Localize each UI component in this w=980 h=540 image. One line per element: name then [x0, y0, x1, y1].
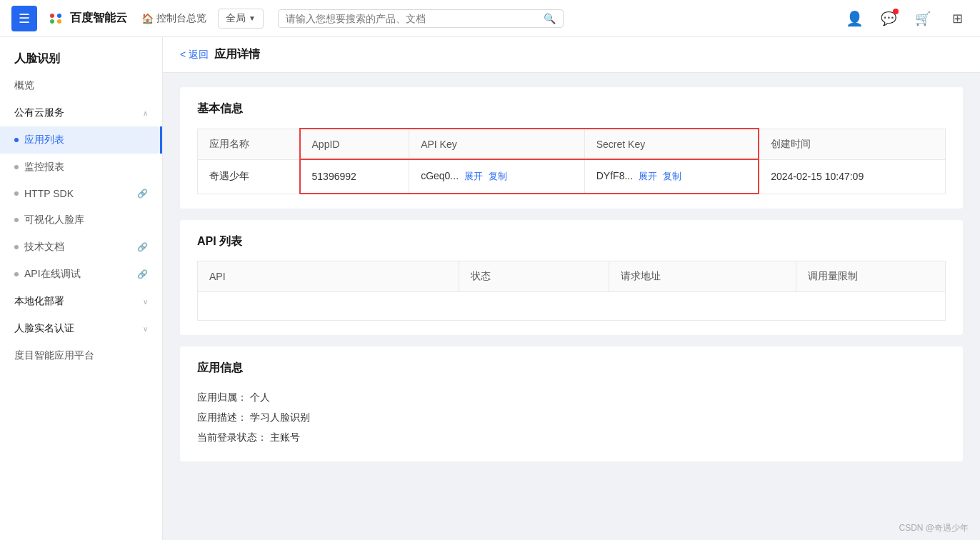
secret-key-short: DYfF8... [596, 170, 633, 181]
dot-icon [14, 272, 19, 276]
svg-point-1 [50, 14, 54, 18]
external-link-icon: 🔗 [137, 189, 148, 199]
page-title: 应用详情 [214, 47, 260, 62]
dot-icon [14, 191, 19, 196]
global-scope-button[interactable]: 全局 ▼ [218, 9, 264, 29]
td-create-time: 2024-02-15 10:47:09 [759, 159, 945, 194]
menu-toggle-button[interactable]: ☰ [11, 6, 37, 31]
dot-icon [14, 218, 19, 222]
sidebar-label-tech-doc: 技术文档 [24, 241, 134, 254]
chevron-down-icon-3: ∨ [143, 325, 148, 333]
expand-button[interactable]: ⊞ [946, 7, 969, 30]
sidebar-label-public-cloud: 公有云服务 [14, 106, 64, 119]
app-desc-label: 应用描述： [197, 411, 247, 423]
api-key-short: cGeq0... [421, 170, 459, 181]
app-login-label: 当前登录状态： [197, 431, 267, 443]
external-link-icon-2: 🔗 [137, 242, 148, 252]
chevron-down-icon-2: ∨ [143, 298, 148, 306]
sidebar-label-overview: 概览 [14, 79, 148, 92]
secret-key-copy-button[interactable]: 复制 [663, 171, 681, 181]
top-nav: ☰ 百度智能云 🏠 控制台总览 全局 ▼ 🔍 👤 💬 🛒 [0, 0, 980, 37]
dot-icon [14, 165, 19, 169]
app-info-fields: 应用归属： 个人 应用描述： 学习人脸识别 当前登录状态： 主账号 [197, 387, 946, 447]
search-bar: 🔍 [278, 9, 564, 28]
api-list-title: API 列表 [197, 234, 946, 249]
nav-actions: 👤 💬 🛒 ⊞ [843, 7, 969, 30]
app-owner-field: 应用归属： 个人 [197, 387, 946, 407]
table-row: 奇遇少年 51396992 cGeq0... 展开 复制 DYfF8... 展开… [198, 159, 946, 194]
search-input[interactable] [286, 13, 541, 24]
main-content: < 返回 应用详情 基本信息 应用名称 AppID API Key Secret… [163, 37, 980, 540]
basic-info-card: 基本信息 应用名称 AppID API Key Secret Key 创建时间 [180, 87, 963, 209]
app-desc-field: 应用描述： 学习人脸识别 [197, 407, 946, 427]
sidebar-item-api-debug[interactable]: API在线调试 🔗 [0, 261, 162, 288]
sidebar-label-dumo: 度目智能应用平台 [14, 349, 148, 362]
breadcrumb-bar: < 返回 应用详情 [163, 37, 980, 73]
td-app-id: 51396992 [300, 159, 409, 194]
sidebar-label-face-db: 可视化人脸库 [24, 214, 148, 226]
api-table-empty-row [198, 292, 946, 321]
expand-icon: ⊞ [952, 11, 963, 26]
external-link-icon-3: 🔗 [137, 269, 148, 279]
api-list-card: API 列表 API 状态 请求地址 调用量限制 [180, 220, 963, 335]
sidebar-item-app-list[interactable]: 应用列表 [0, 126, 162, 154]
hamburger-icon: ☰ [19, 11, 30, 26]
content-body: 基本信息 应用名称 AppID API Key Secret Key 创建时间 [163, 73, 980, 487]
baidu-cloud-logo [46, 9, 66, 29]
th-api-key: API Key [409, 129, 585, 159]
td-secret-key: DYfF8... 展开 复制 [584, 159, 759, 194]
sidebar-label-api-debug: API在线调试 [24, 268, 134, 281]
layout: 人脸识别 概览 公有云服务 ∧ 应用列表 监控报表 HTTP SDK 🔗 可视化… [0, 37, 980, 540]
sidebar-label-monitor: 监控报表 [24, 161, 148, 174]
sidebar-item-overview[interactable]: 概览 [0, 72, 162, 99]
api-key-copy-button[interactable]: 复制 [489, 171, 507, 181]
sidebar-item-tech-doc[interactable]: 技术文档 🔗 [0, 234, 162, 261]
basic-info-title: 基本信息 [197, 101, 946, 116]
api-list-table: API 状态 请求地址 调用量限制 [197, 261, 946, 321]
chevron-down-icon: ▼ [249, 14, 256, 22]
svg-rect-0 [46, 9, 66, 29]
footer-watermark: CSDN @奇遇少年 [899, 522, 969, 534]
sidebar-group-public-cloud[interactable]: 公有云服务 ∧ [0, 99, 162, 126]
sidebar-label-app-list: 应用列表 [24, 134, 146, 146]
sidebar-label-local-deploy: 本地化部署 [14, 295, 64, 308]
logo-area: 百度智能云 [46, 9, 127, 29]
app-desc-value: 学习人脸识别 [250, 411, 310, 423]
th-api: API [198, 261, 459, 292]
search-icon[interactable]: 🔍 [544, 13, 556, 24]
th-create-time: 创建时间 [759, 129, 945, 159]
svg-point-4 [57, 19, 61, 24]
sidebar-group-face-auth[interactable]: 人脸实名认证 ∨ [0, 315, 162, 342]
user-avatar-button[interactable]: 👤 [843, 7, 866, 30]
cart-button[interactable]: 🛒 [911, 7, 934, 30]
message-button[interactable]: 💬 [877, 7, 900, 30]
th-app-name: 应用名称 [198, 129, 300, 159]
td-api-key: cGeq0... 展开 复制 [409, 159, 585, 194]
api-key-expand-button[interactable]: 展开 [464, 171, 483, 181]
sidebar-item-monitor[interactable]: 监控报表 [0, 154, 162, 181]
cart-icon: 🛒 [915, 11, 931, 26]
notification-badge [893, 9, 899, 14]
sidebar: 人脸识别 概览 公有云服务 ∧ 应用列表 监控报表 HTTP SDK 🔗 可视化… [0, 37, 163, 540]
user-icon: 👤 [846, 10, 864, 27]
control-panel-link[interactable]: 🏠 控制台总览 [141, 12, 206, 25]
sidebar-group-local-deploy[interactable]: 本地化部署 ∨ [0, 288, 162, 315]
app-login-status-field: 当前登录状态： 主账号 [197, 427, 946, 447]
back-button[interactable]: < 返回 [180, 49, 209, 61]
basic-info-table: 应用名称 AppID API Key Secret Key 创建时间 奇遇少年 … [197, 128, 946, 194]
sidebar-item-http-sdk[interactable]: HTTP SDK 🔗 [0, 181, 162, 206]
svg-point-2 [57, 14, 61, 18]
th-status: 状态 [459, 261, 609, 292]
svg-point-3 [50, 19, 54, 24]
sidebar-label-face-auth: 人脸实名认证 [14, 322, 74, 335]
dot-icon [14, 138, 19, 142]
home-icon: 🏠 [141, 13, 154, 24]
th-app-id: AppID [300, 129, 409, 159]
sidebar-item-face-db[interactable]: 可视化人脸库 [0, 206, 162, 234]
global-label: 全局 [226, 12, 246, 25]
secret-key-expand-button[interactable]: 展开 [639, 171, 657, 181]
th-call-limit: 调用量限制 [796, 261, 945, 292]
logo-text: 百度智能云 [70, 11, 127, 26]
sidebar-item-dumo[interactable]: 度目智能应用平台 [0, 342, 162, 369]
control-panel-label: 控制台总览 [156, 12, 206, 25]
